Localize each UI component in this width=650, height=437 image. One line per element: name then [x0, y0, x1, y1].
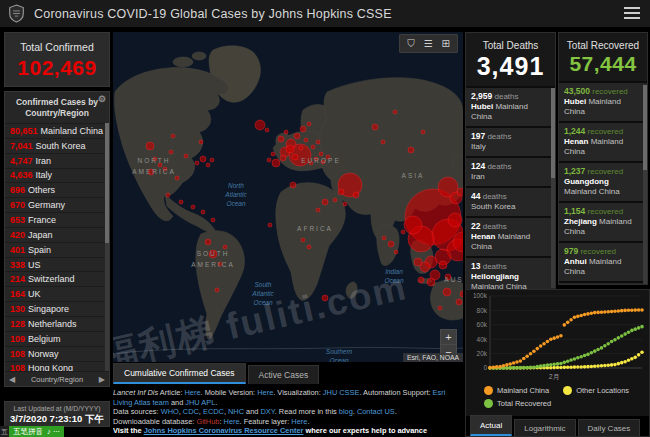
case-bubble[interactable] [427, 278, 435, 286]
ime-mode-icon[interactable]: 五 [0, 426, 9, 437]
case-bubble[interactable] [394, 250, 398, 254]
case-bubble[interactable] [146, 142, 154, 150]
basemap-icon[interactable]: ⊞ [442, 39, 450, 49]
case-bubble[interactable] [333, 198, 337, 202]
case-bubble[interactable] [372, 124, 378, 130]
scrollbar[interactable] [551, 88, 555, 288]
scrollbar[interactable] [643, 85, 647, 284]
country-row[interactable]: 7,041South Korea [5, 138, 109, 153]
case-bubble[interactable] [404, 216, 422, 234]
footer-link[interactable]: Here [224, 417, 240, 426]
recovered-row[interactable]: 1,154 recoveredZhejiang Mainland China [559, 201, 647, 241]
case-bubble[interactable] [200, 156, 206, 162]
case-bubble[interactable] [456, 299, 462, 305]
case-bubble[interactable] [175, 176, 179, 180]
world-map[interactable]: NORTHAMERICASOUTHAMERICAEUROPEAFRICAASIA… [113, 32, 463, 362]
country-list[interactable]: 80,651Mainland China7,041South Korea4,74… [5, 123, 109, 371]
case-bubble[interactable] [267, 158, 271, 162]
recovered-row[interactable]: 960 recoveredHunan Mainland China [559, 281, 647, 285]
country-row[interactable]: 401Spain [5, 242, 109, 257]
deaths-row[interactable]: 197 deathsItaly [466, 126, 555, 156]
case-bubble[interactable] [414, 258, 422, 266]
footer-link[interactable]: Here [185, 388, 201, 397]
footer-link[interactable]: ECDC [203, 407, 224, 416]
case-bubble[interactable] [322, 295, 328, 301]
chart-tab-logarithmic[interactable]: Logarithmic [514, 419, 575, 436]
case-bubble[interactable] [169, 150, 173, 154]
country-row[interactable]: 420Japan [5, 227, 109, 242]
ime-toolbar[interactable]: 五 五笔拼音 ♪ ⋯ [0, 426, 64, 437]
case-bubble[interactable] [381, 140, 385, 144]
case-bubble[interactable] [343, 202, 347, 206]
scrollbar[interactable] [105, 123, 109, 371]
case-bubble[interactable] [460, 291, 463, 297]
deaths-row[interactable]: 2,959 deathsHubei Mainland China [466, 86, 555, 126]
case-bubble[interactable] [322, 199, 328, 205]
map-tab-active-cases[interactable]: Active Cases [248, 365, 320, 384]
case-bubble[interactable] [388, 241, 394, 247]
country-row[interactable]: 80,651Mainland China [5, 123, 109, 138]
pager-prev-icon[interactable]: ◀ [9, 375, 15, 384]
pager-next-icon[interactable]: ▶ [99, 375, 105, 384]
case-bubble[interactable] [299, 146, 303, 150]
deaths-row[interactable]: 124 deathsIran [466, 156, 555, 186]
case-bubble[interactable] [311, 145, 315, 149]
deaths-row[interactable]: 13 deathsHeilongjiang Mainland China [466, 256, 555, 290]
footer-link[interactable]: JHU APL [185, 398, 215, 407]
case-bubble[interactable] [421, 130, 425, 134]
country-row[interactable]: 108Hong Kong [5, 361, 109, 372]
case-bubble[interactable] [286, 145, 294, 153]
case-bubble[interactable] [158, 163, 162, 167]
gear-icon[interactable]: ⚙ [97, 94, 107, 104]
footer-link[interactable]: GitHub [196, 417, 219, 426]
footer-link[interactable]: Contact US [357, 407, 395, 416]
deaths-list[interactable]: 2,959 deathsHubei Mainland China197 deat… [466, 86, 555, 290]
case-bubble[interactable] [401, 230, 405, 234]
country-row[interactable]: 653France [5, 212, 109, 227]
case-bubble[interactable] [418, 277, 424, 283]
country-row[interactable]: 696Others [5, 182, 109, 197]
footer-link[interactable]: Johns Hopkins Coronavirus Resource Cente… [144, 426, 304, 435]
footer-link[interactable]: Here [257, 388, 273, 397]
country-row[interactable]: 214Switzerland [5, 271, 109, 286]
deaths-row[interactable]: 44 deathsSouth Korea [466, 186, 555, 216]
case-bubble[interactable] [408, 147, 414, 153]
footer-link[interactable]: CDC [183, 407, 199, 416]
case-bubble[interactable] [255, 120, 265, 130]
case-bubble[interactable] [271, 152, 275, 156]
case-bubble[interactable] [290, 182, 296, 188]
country-row[interactable]: 338US [5, 257, 109, 272]
case-bubble[interactable] [205, 239, 211, 245]
case-bubble[interactable] [278, 136, 284, 142]
case-bubble[interactable] [280, 155, 286, 161]
case-bubble[interactable] [294, 133, 300, 139]
case-bubble[interactable] [382, 236, 386, 240]
legend-item[interactable]: Total Recovered [484, 399, 551, 408]
case-bubble[interactable] [443, 288, 451, 296]
footer-link[interactable]: DXY [260, 407, 274, 416]
case-bubble[interactable] [211, 218, 215, 222]
case-bubble[interactable] [268, 223, 272, 227]
case-bubble[interactable] [439, 261, 447, 269]
footer-link[interactable]: JHU CSSE [323, 388, 360, 397]
country-row[interactable]: 164UK [5, 286, 109, 301]
footer-link[interactable]: WHO [161, 407, 179, 416]
case-bubble[interactable] [206, 163, 210, 167]
ime-tools-icon[interactable]: ♪ ⋯ [47, 427, 60, 436]
deaths-row[interactable]: 22 deathsHenan Mainland China [466, 216, 555, 256]
case-bubble[interactable] [393, 110, 397, 114]
case-bubble[interactable] [199, 140, 203, 144]
country-row[interactable]: 4,747Iran [5, 153, 109, 168]
map-tab-cumulative-confirmed-cases[interactable]: Cumulative Confirmed Cases [113, 363, 246, 384]
case-bubble[interactable] [307, 122, 311, 126]
case-bubble[interactable] [195, 161, 199, 165]
chart-tab-actual[interactable]: Actual [470, 415, 512, 436]
case-bubble[interactable] [184, 154, 188, 158]
case-bubble[interactable] [166, 193, 170, 197]
case-bubble[interactable] [265, 128, 269, 132]
case-bubble[interactable] [353, 192, 359, 198]
case-bubble[interactable] [210, 158, 214, 162]
chart-tab-daily-cases[interactable]: Daily Cases [578, 419, 641, 436]
case-bubble[interactable] [457, 188, 463, 196]
case-bubble[interactable] [304, 138, 308, 142]
